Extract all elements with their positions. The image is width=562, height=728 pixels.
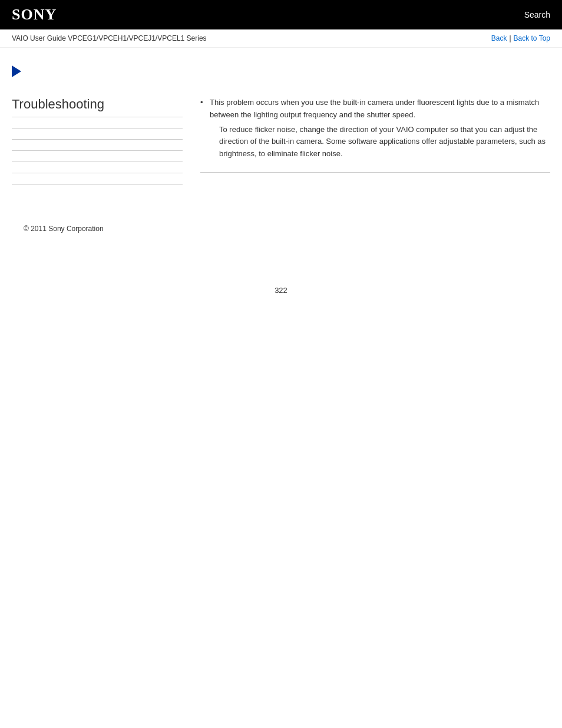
content-paragraph: To reduce flicker noise, change the dire…: [210, 124, 550, 160]
section-arrow-icon: [12, 65, 21, 77]
right-content: This problem occurs when you use the bui…: [200, 97, 550, 195]
content-divider: [200, 172, 550, 173]
breadcrumb-bar: VAIO User Guide VPCEG1/VPCEH1/VPCEJ1/VPC…: [0, 29, 562, 48]
search-button[interactable]: Search: [524, 10, 550, 19]
main-content: Troubleshooting This problem occurs when…: [0, 48, 562, 251]
breadcrumb-separator: |: [509, 34, 511, 42]
back-link[interactable]: Back: [491, 34, 507, 42]
sidebar-divider-1: [12, 128, 183, 129]
guide-title: VAIO User Guide VPCEG1/VPCEH1/VPCEJ1/VPC…: [12, 34, 207, 42]
left-sidebar: Troubleshooting: [12, 97, 183, 195]
copyright-text: © 2011 Sony Corporation: [24, 225, 104, 233]
footer: © 2011 Sony Corporation: [12, 219, 550, 239]
header: SONY Search: [0, 0, 562, 29]
sony-logo: SONY: [12, 6, 57, 24]
bullet-list: This problem occurs when you use the bui…: [200, 97, 550, 160]
sidebar-divider-2: [12, 139, 183, 140]
back-to-top-link[interactable]: Back to Top: [514, 34, 550, 42]
sidebar-divider-6: [12, 184, 183, 185]
bullet-item: This problem occurs when you use the bui…: [200, 97, 550, 160]
content-section: This problem occurs when you use the bui…: [200, 97, 550, 160]
breadcrumb-links: Back | Back to Top: [491, 34, 550, 42]
bullet-item-text: This problem occurs when you use the bui…: [210, 98, 539, 119]
content-layout: Troubleshooting This problem occurs when…: [12, 97, 550, 195]
page-number: 322: [0, 286, 562, 307]
sidebar-divider-4: [12, 162, 183, 162]
sidebar-title: Troubleshooting: [12, 97, 183, 117]
sidebar-divider-3: [12, 150, 183, 151]
sidebar-divider-5: [12, 173, 183, 173]
